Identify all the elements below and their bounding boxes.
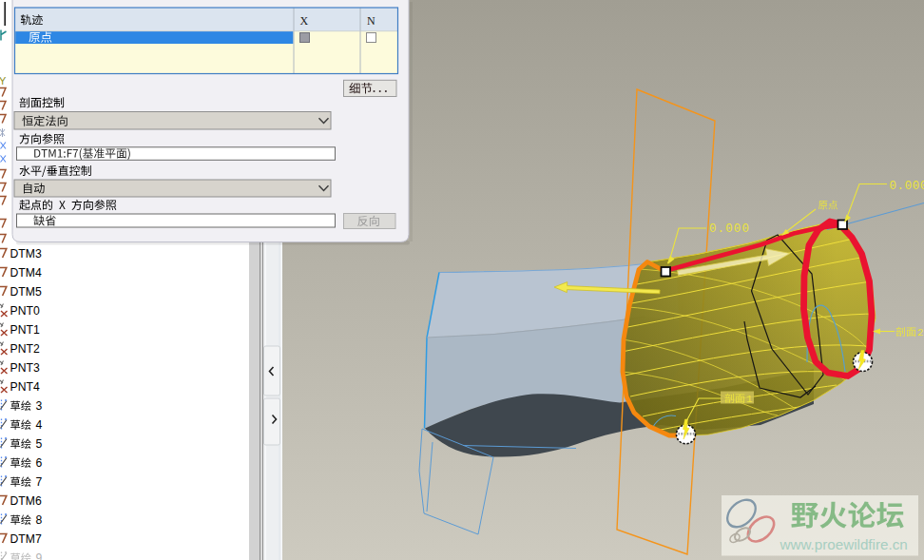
svg-text:1: 1 bbox=[746, 394, 753, 405]
svg-text:4: 4 bbox=[36, 418, 43, 432]
svg-text:www.proewildfire.cn: www.proewildfire.cn bbox=[780, 536, 908, 552]
svg-text:6: 6 bbox=[36, 456, 43, 470]
svg-text:DTM3: DTM3 bbox=[10, 247, 42, 261]
svg-text:N: N bbox=[367, 14, 375, 28]
svg-text:DTM5: DTM5 bbox=[10, 285, 42, 299]
svg-text:Y: Y bbox=[0, 75, 7, 87]
svg-text:0.000: 0.000 bbox=[890, 180, 924, 193]
svg-text:DTM6: DTM6 bbox=[10, 494, 42, 508]
svg-text:8: 8 bbox=[36, 513, 43, 527]
svg-text:PNT0: PNT0 bbox=[10, 304, 40, 318]
svg-text:DTM7: DTM7 bbox=[10, 532, 42, 546]
svg-text:2: 2 bbox=[917, 327, 924, 338]
svg-text:9: 9 bbox=[36, 551, 43, 560]
svg-text:PNT4: PNT4 bbox=[10, 380, 40, 394]
svg-text:5: 5 bbox=[36, 437, 43, 451]
svg-text:PNT1: PNT1 bbox=[10, 323, 40, 337]
svg-text:0.000: 0.000 bbox=[709, 222, 750, 236]
svg-text:PNT2: PNT2 bbox=[10, 342, 40, 356]
svg-text:PNT3: PNT3 bbox=[10, 361, 40, 375]
svg-text:7: 7 bbox=[36, 475, 43, 489]
svg-text:DTM4: DTM4 bbox=[10, 266, 42, 280]
svg-text:3: 3 bbox=[36, 399, 43, 413]
svg-text:X: X bbox=[300, 14, 309, 28]
